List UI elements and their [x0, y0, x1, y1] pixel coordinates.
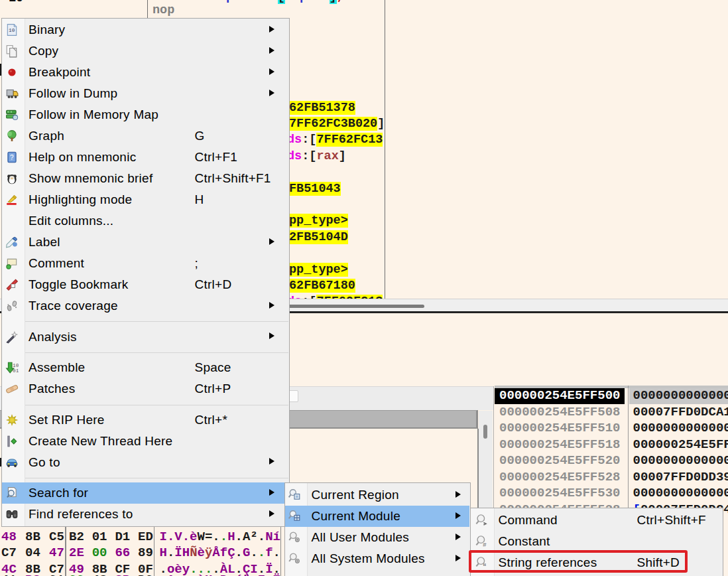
svg-text:01: 01 [13, 368, 19, 374]
svg-text:10: 10 [9, 28, 15, 33]
svg-text:#: # [483, 541, 487, 548]
svg-text:?: ? [9, 154, 13, 161]
